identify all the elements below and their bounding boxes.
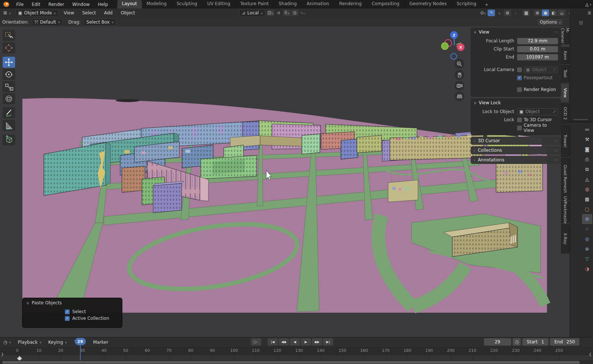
sidebar-tab[interactable]: Quad Remesh: [561, 158, 569, 200]
workspace-tab[interactable]: Modeling: [142, 0, 172, 8]
proportional-falloff-dropdown[interactable]: ∿∨: [299, 10, 307, 16]
outliner-scrollbar[interactable]: [573, 119, 588, 120]
workspace-tab[interactable]: Geometry Nodes: [405, 0, 452, 8]
menu-item[interactable]: Help: [94, 2, 112, 7]
region-expand-right-icon[interactable]: ❮: [589, 352, 592, 356]
proportional-edit-toggle[interactable]: ⊙: [291, 10, 299, 16]
orthographic-grid-button[interactable]: [454, 91, 464, 101]
eyedropper-icon[interactable]: ⟋: [553, 67, 556, 72]
transport-button[interactable]: ◀: [290, 338, 300, 346]
sidebar-tab[interactable]: Item: [561, 47, 569, 64]
workspace-tab[interactable]: Compositing: [367, 0, 404, 8]
sidebar-tab[interactable]: Tool: [561, 65, 569, 83]
drag-grip-icon[interactable]: ∷∷: [554, 139, 558, 143]
orientation-dropdown[interactable]: ⊿ Local ∨: [239, 9, 265, 17]
view-lock-header[interactable]: ∨ View Lock: [471, 98, 561, 107]
checkbox[interactable]: ✓: [65, 309, 70, 314]
timeline-track[interactable]: [0, 355, 593, 360]
local-camera-checkbox[interactable]: [517, 67, 522, 72]
add-workspace-button[interactable]: +: [481, 1, 492, 7]
pan-hand-button[interactable]: [454, 70, 464, 80]
auto-keying-button[interactable]: ○ ∨: [251, 338, 261, 346]
menu-item[interactable]: Window: [68, 2, 94, 7]
lock-to-object-field[interactable]: ▣ Object ⟋: [517, 108, 558, 115]
tool-tab-icon[interactable]: ⚒: [582, 134, 592, 144]
collapsed-panel-header[interactable]: › Annotations ∷∷: [471, 156, 561, 164]
scene-tab-icon[interactable]: ◬: [582, 174, 592, 184]
xray-toggle[interactable]: ▩: [523, 10, 530, 16]
output-tab-icon[interactable]: ⎙: [582, 154, 592, 164]
end-frame-field[interactable]: End 250: [550, 338, 579, 346]
data-tab-icon[interactable]: ▽: [582, 254, 592, 264]
transport-button[interactable]: ◆▶: [312, 338, 322, 346]
value-field[interactable]: 101097 m: [517, 54, 558, 60]
camera-to-view-checkbox[interactable]: [517, 126, 522, 130]
particles-tab-icon[interactable]: ⁙: [582, 224, 592, 234]
viewport-toolbar[interactable]: [2, 29, 16, 147]
transport-button[interactable]: |◀: [268, 338, 278, 346]
viewport-menu-item[interactable]: Add: [100, 10, 116, 15]
sidebar-tab[interactable]: M-Cleaner: [561, 28, 569, 44]
view-layer-tab-icon[interactable]: ⧉: [582, 164, 592, 174]
menu-item[interactable]: Render: [44, 2, 68, 7]
render-tab-icon[interactable]: ◙: [582, 144, 592, 154]
local-camera-object-field[interactable]: ▣ Object ⟋: [524, 66, 558, 73]
editor-type-icon[interactable]: ≕: [582, 125, 592, 134]
shading-material-button[interactable]: ◐: [550, 10, 557, 16]
transport-button[interactable]: ◀◆: [279, 338, 289, 346]
gizmo-toggle[interactable]: ↷: [488, 10, 495, 16]
menu-item[interactable]: File: [12, 2, 28, 7]
transform-orientation-dropdown[interactable]: ⤱ Default ∨: [32, 18, 63, 26]
checkbox[interactable]: ✓: [65, 316, 70, 321]
render-region-checkbox[interactable]: [517, 87, 522, 92]
transport-button[interactable]: ▶: [301, 338, 311, 346]
timeline-editor-type-button[interactable]: ◷ ∨: [1, 339, 13, 346]
current-frame-indicator[interactable]: 29: [75, 338, 86, 345]
collapsed-panel-header[interactable]: › 3D Cursor ∷∷: [471, 137, 561, 145]
workspace-tab[interactable]: Layout: [117, 0, 142, 8]
workspace-tab[interactable]: Texture Paint: [236, 0, 274, 8]
view-panel-header[interactable]: ∨ View ∷∷: [471, 28, 561, 36]
drag-grip-icon[interactable]: ∷∷: [554, 158, 558, 162]
drag-grip-icon[interactable]: ∷∷: [554, 30, 558, 34]
current-frame-field[interactable]: 29: [484, 338, 511, 346]
outliner-filter-icon[interactable]: ▤: [579, 20, 583, 25]
playback-menu[interactable]: Playback∨: [15, 339, 43, 346]
world-tab-icon[interactable]: ◍: [582, 184, 592, 194]
shading-solid-button[interactable]: ●: [542, 10, 549, 16]
sidebar-tab[interactable]: UVPackmaster3: [561, 201, 569, 223]
timeline-marker-menu[interactable]: Marker: [89, 340, 112, 345]
zoom-button[interactable]: [454, 59, 464, 69]
physics-tab-icon[interactable]: ◎: [582, 234, 592, 244]
passepartout-checkbox[interactable]: ✓: [517, 76, 522, 80]
workspace-tab[interactable]: Animation: [302, 0, 334, 8]
start-frame-field[interactable]: Start 1: [522, 338, 548, 346]
workspace-tab[interactable]: Rendering: [334, 0, 367, 8]
workspace-tab[interactable]: UV Editing: [202, 0, 236, 8]
blender-logo-icon[interactable]: [3, 2, 9, 7]
collapsed-panel-header[interactable]: › Collections ∷∷: [471, 146, 561, 154]
gizmo-dropdown[interactable]: ∨: [496, 10, 503, 16]
snap-target-dropdown[interactable]: ⠿∨: [283, 10, 290, 16]
sidebar-tab[interactable]: View: [561, 83, 569, 102]
timeline-scrollbar[interactable]: [2, 361, 580, 364]
outliner-tree-icon[interactable]: ≣: [587, 11, 591, 15]
shading-rendered-button[interactable]: ◒: [558, 10, 565, 16]
timeline-ruler[interactable]: 0102030405060708090100110120130140150160…: [0, 347, 593, 355]
pivot-point-dropdown[interactable]: ⊡∨: [267, 10, 274, 16]
sidebar-tab[interactable]: Trowel: [561, 125, 569, 157]
collection-tab-icon[interactable]: ▦: [582, 194, 592, 204]
paste-panel-header[interactable]: ∨ Paste Objects: [22, 298, 122, 308]
shading-wireframe-button[interactable]: ⊕: [534, 10, 541, 16]
scene-selector-icon[interactable]: ◬: [585, 2, 589, 7]
visibility-dropdown[interactable]: ⊙∨: [479, 10, 487, 16]
drag-grip-icon[interactable]: ∷∷: [554, 148, 558, 153]
viewport-menu-item[interactable]: Select: [78, 10, 100, 15]
options-button[interactable]: Options ∨: [537, 18, 564, 26]
value-field[interactable]: 0.01 m: [517, 46, 558, 52]
material-tab-icon[interactable]: ◑: [582, 264, 592, 274]
sidebar-tab[interactable]: OCD 2: [561, 103, 569, 124]
object-tab-icon[interactable]: ▢: [582, 204, 592, 214]
workspace-tab[interactable]: Scripting: [452, 0, 481, 8]
menu-item[interactable]: Edit: [28, 2, 44, 7]
